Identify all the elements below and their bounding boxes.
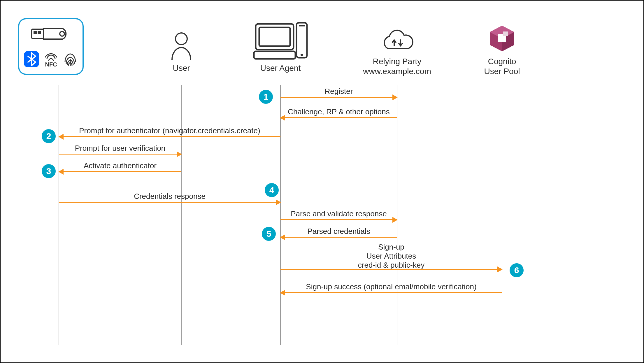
bluetooth-icon — [23, 50, 40, 68]
svg-point-3 — [60, 31, 64, 36]
message-label: Parsed credentials — [307, 227, 370, 236]
message-arrow — [280, 219, 397, 220]
lifeline-agent — [280, 85, 281, 345]
message-label: Activate authenticator — [84, 161, 157, 170]
message-arrow — [280, 117, 397, 118]
message-label: Parse and validate response — [291, 209, 387, 218]
nfc-icon: NFC — [42, 50, 60, 68]
user-icon — [170, 31, 193, 62]
actor-label-cognito: Cognito User Pool — [484, 57, 520, 76]
message-label: Register — [325, 87, 353, 96]
actor-label-agent: User Agent — [260, 63, 301, 73]
message-arrow — [59, 202, 280, 203]
lifeline-authenticator — [59, 85, 59, 345]
message-arrow — [59, 136, 280, 137]
lifeline-rp — [397, 85, 397, 345]
svg-text:NFC: NFC — [45, 61, 57, 68]
svg-rect-17 — [503, 31, 508, 36]
message-arrow — [59, 154, 181, 155]
svg-rect-1 — [34, 31, 36, 33]
cognito-icon — [487, 24, 517, 54]
svg-point-11 — [301, 54, 303, 56]
message-label: Sign-up User Attributes cred-id & public… — [358, 243, 424, 270]
authenticator-icon-group: NFC — [18, 18, 84, 75]
message-label: Prompt for user verification — [75, 144, 166, 153]
svg-point-6 — [176, 33, 187, 45]
step-badge-3: 3 — [42, 164, 56, 178]
message-label: Prompt for authenticator (navigator.cred… — [79, 126, 260, 135]
message-label: Challenge, RP & other options — [288, 107, 389, 116]
actor-label-rp: Relying Party www.example.com — [363, 57, 431, 76]
sequence-diagram: NFC — [0, 0, 644, 363]
svg-rect-8 — [259, 27, 290, 46]
message-arrow — [280, 97, 397, 98]
lifeline-user — [181, 85, 182, 345]
step-badge-5: 5 — [262, 227, 276, 241]
step-badge-1: 1 — [259, 90, 273, 104]
devices-icon — [253, 21, 308, 63]
step-badge-2: 2 — [42, 129, 56, 143]
message-arrow — [59, 171, 181, 172]
step-badge-4: 4 — [265, 183, 279, 197]
svg-rect-10 — [296, 23, 307, 58]
message-label: Credentials response — [134, 192, 206, 201]
usb-key-icon — [31, 25, 71, 43]
fingerprint-icon — [62, 50, 78, 68]
message-arrow — [280, 237, 397, 238]
lifeline-cognito — [502, 85, 502, 345]
actor-label-user: User — [173, 63, 190, 73]
message-label: Sign-up success (optional emal/mobile ve… — [306, 282, 476, 291]
svg-rect-9 — [254, 51, 295, 59]
cloud-icon — [380, 28, 415, 56]
step-badge-6: 6 — [510, 263, 524, 277]
svg-rect-2 — [38, 31, 41, 33]
message-arrow — [280, 292, 502, 293]
